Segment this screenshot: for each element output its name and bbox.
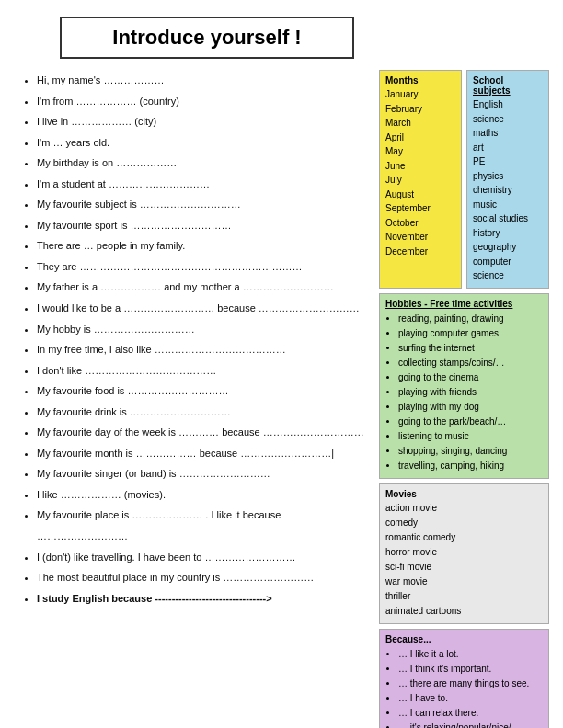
sentence-item: I live in ……………… (city) [37,111,374,132]
movie-item: animated cartoons [385,604,543,619]
subject-item: social studies [473,211,543,226]
subject-item: PE [473,154,543,169]
month-item: November [385,230,455,245]
month-item: April [385,131,455,145]
movie-item: comedy [385,516,543,530]
subject-item: geography [473,240,543,255]
subject-item: art [473,141,543,155]
hobby-item: listening to music [398,429,543,444]
movies-box: Movies action moviecomedyromantic comedy… [379,483,549,624]
month-item: July [385,173,455,188]
subject-item: chemistry [473,183,543,198]
subject-item: music [473,198,543,212]
because-item: … I can relax there. [398,706,543,721]
month-item: January [385,87,455,102]
sentence-item: My favourite food is ………………………… [37,381,374,402]
month-item: February [385,102,455,117]
month-item: June [385,159,455,174]
because-item: … there are many things to see. [398,677,543,691]
because-list: … I like it a lot.… I think it's importa… [385,647,543,729]
sentence-item: The most beautiful place in my country i… [37,567,374,588]
months-box: Months JanuaryFebruaryMarchAprilMayJuneJ… [379,70,462,289]
movies-list: action moviecomedyromantic comedyhorror … [385,501,543,619]
subject-item: computer science [473,255,543,283]
because-box: Because... … I like it a lot.… I think i… [379,629,549,729]
hobby-item: travelling, camping, hiking [398,459,543,473]
sentence-item: My birthday is on ……………… [37,153,374,174]
sentence-item: My favourite sport is ………………………… [37,215,374,236]
month-item: May [385,144,455,159]
right-column: Months JanuaryFebruaryMarchAprilMayJuneJ… [379,70,549,728]
sentence-item: I don't like ………………………………… [37,360,374,381]
hobby-item: shopping, singing, dancing [398,444,543,459]
month-item: September [385,201,455,216]
subject-item: history [473,226,543,241]
hobby-item: surfing the internet [398,341,543,356]
because-title: Because... [385,634,543,644]
hobby-item: going to the cinema [398,370,543,385]
subject-item: maths [473,126,543,141]
sentence-item: There are … people in my family. [37,235,374,256]
movie-item: romantic comedy [385,530,543,545]
because-item: … it's relaxing/popular/nice/… [398,721,543,729]
sentence-item: My favourite subject is ………………………… [37,194,374,215]
months-title: Months [385,75,455,85]
sentence-item: My favourite singer (or band) is …………………… [37,463,374,484]
page-title: Introduce yourself ! [80,26,334,50]
sentence-item: My favourite place is ………………… . I like i… [37,505,374,546]
sentence-item: I would like to be a ……………………… because …… [37,298,374,319]
movie-item: horror movie [385,545,543,560]
movie-item: thriller [385,589,543,604]
sentence-item: My hobby is ………………………… [37,319,374,340]
month-item: October [385,216,455,231]
month-item: August [385,188,455,202]
sentence-item: In my free time, I also like ……………………………… [37,339,374,360]
sentence-item: My father is a ……………… and my mother a ……… [37,277,374,298]
sentence-item: My favourite day of the week is ………… bec… [37,422,374,443]
top-right-boxes: Months JanuaryFebruaryMarchAprilMayJuneJ… [379,70,549,289]
hobby-item: playing with friends [398,385,543,400]
movies-title: Movies [385,489,543,499]
subject-item: physics [473,169,543,184]
title-box: Introduce yourself ! [60,17,354,59]
sentence-item: I like ……………… (movies). [37,484,374,506]
sentence-item: I'm a student at ………………………… [37,174,374,195]
hobbies-box: Hobbies - Free time activities reading, … [379,293,549,479]
hobby-item: collecting stamps/coins/… [398,356,543,370]
sentences-list: Hi, my name's ………………I'm from ……………… (cou… [14,70,374,609]
subject-item: English [473,97,543,112]
subject-item: science [473,112,543,127]
movie-item: action movie [385,501,543,516]
months-list: JanuaryFebruaryMarchAprilMayJuneJulyAugu… [385,87,455,258]
subjects-list: EnglishsciencemathsartPEphysicschemistry… [473,97,543,283]
sentence-item: My favourite drink is ………………………… [37,402,374,423]
hobbies-list: reading, painting, drawingplaying comput… [385,312,543,473]
sentence-item: They are ………………………………………………………… [37,256,374,278]
sentence-item: I'm from ……………… (country) [37,91,374,112]
subjects-box: School subjects EnglishsciencemathsartPE… [466,70,549,289]
month-item: December [385,245,455,259]
hobby-item: playing with my dog [398,400,543,415]
hobbies-title: Hobbies - Free time activities [385,299,543,309]
left-column: Hi, my name's ………………I'm from ……………… (cou… [14,70,379,728]
month-item: March [385,116,455,131]
hobby-item: reading, painting, drawing [398,312,543,326]
sentence-item: I study English because ----------------… [37,588,374,609]
hobby-item: going to the park/beach/… [398,415,543,429]
because-item: … I like it a lot. [398,647,543,662]
sentence-item: I (don't) like travelling. I have been t… [37,547,374,568]
movie-item: war movie [385,574,543,589]
sentence-item: I'm … years old. [37,132,374,154]
sentence-item: My favourite month is ……………… because ………… [37,443,374,464]
hobby-item: playing computer games [398,326,543,341]
subjects-title: School subjects [473,75,543,96]
because-item: … I have to. [398,691,543,706]
because-item: … I think it's important. [398,662,543,677]
sentence-item: Hi, my name's ……………… [37,70,374,91]
movie-item: sci-fi movie [385,560,543,574]
